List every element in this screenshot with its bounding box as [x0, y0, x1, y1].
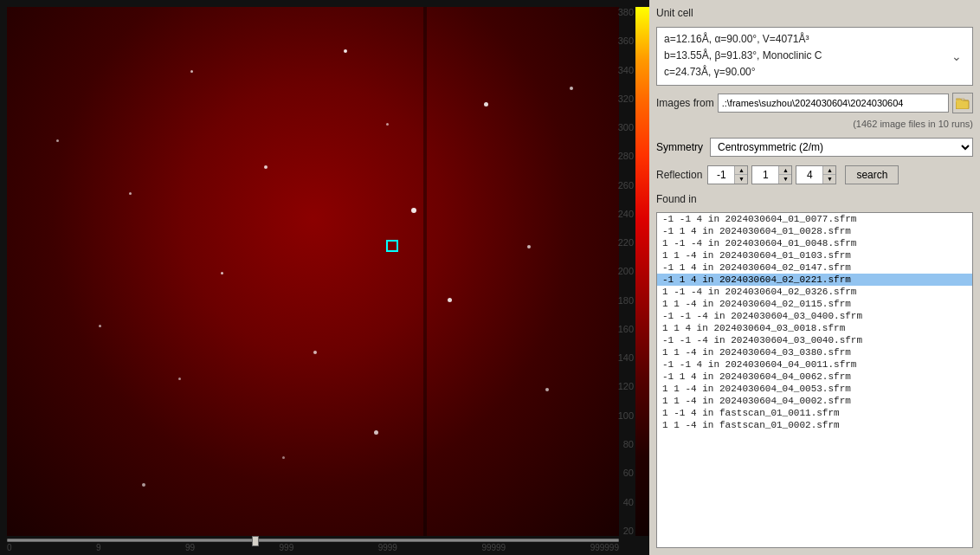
slider-tick: 9999: [378, 543, 397, 552]
found-item[interactable]: 1 -1 4 in fastscan_01_0011.sfrm: [657, 407, 972, 419]
scale-label: 240: [618, 209, 634, 219]
found-item[interactable]: 1 1 -4 in 2024030604_04_0053.sfrm: [657, 383, 972, 395]
l-value[interactable]: [796, 169, 822, 181]
found-item[interactable]: 1 1 -4 in 2024030604_03_0380.sfrm: [657, 346, 972, 358]
slider-tick: 99: [185, 543, 195, 552]
symmetry-row: Symmetry Centrosymmetric (2/m)Non-centro…: [656, 138, 973, 157]
unit-cell-dropdown-arrow[interactable]: ⌄: [948, 48, 965, 65]
k-spinner-buttons: ▲ ▼: [778, 166, 791, 184]
scale-labels: 3803603403203002802602402202001801601401…: [618, 7, 634, 536]
scale-label: 140: [618, 352, 634, 363]
image-area: 3803603403203002802602402202001801601401…: [0, 0, 649, 555]
h-increment-button[interactable]: ▲: [735, 166, 747, 175]
symmetry-label: Symmetry: [656, 141, 703, 153]
found-item[interactable]: 1 1 4 in 2024030604_03_0018.sfrm: [657, 322, 972, 334]
found-item[interactable]: -1 1 4 in 2024030604_01_0028.sfrm: [657, 225, 972, 237]
l-increment-button[interactable]: ▲: [823, 166, 835, 175]
right-panel: Unit cell a=12.16Å, α=90.00°, V=4071Å³ b…: [649, 0, 980, 555]
images-from-label: Images from: [656, 97, 714, 109]
svg-rect-1: [956, 100, 963, 102]
l-decrement-button[interactable]: ▼: [823, 175, 835, 184]
slider-tick: 0: [7, 543, 12, 552]
found-list[interactable]: -1 -1 4 in 2024030604_01_0077.sfrm -1 1 …: [656, 212, 973, 548]
unit-cell-line3: c=24.73Å, γ=90.00°: [664, 64, 822, 81]
scale-label: 360: [618, 35, 634, 46]
found-item[interactable]: -1 1 4 in 2024030604_02_0221.sfrm: [657, 274, 972, 286]
l-spinner: ▲ ▼: [796, 165, 836, 184]
main-container: 3803603403203002802602402202001801601401…: [0, 0, 980, 555]
slider-tick: 999999: [590, 543, 619, 552]
unit-cell-text: a=12.16Å, α=90.00°, V=4071Å³ b=13.55Å, β…: [664, 31, 822, 81]
found-item[interactable]: -1 -1 4 in 2024030604_01_0077.sfrm: [657, 213, 972, 225]
scale-label: 180: [618, 295, 634, 306]
h-spinner: ▲ ▼: [707, 165, 748, 184]
symmetry-select[interactable]: Centrosymmetric (2/m)Non-centrosymmetric…: [710, 138, 973, 157]
k-value[interactable]: [752, 169, 778, 181]
reflection-label: Reflection: [656, 169, 702, 181]
found-item[interactable]: 1 1 -4 in 2024030604_04_0002.sfrm: [657, 395, 972, 407]
found-item[interactable]: -1 1 4 in 2024030604_04_0062.sfrm: [657, 371, 972, 383]
slider-track[interactable]: [7, 539, 619, 542]
scale-ticks: 0999999999999999999999: [7, 543, 619, 552]
selected-reflection-box: [386, 240, 398, 252]
h-decrement-button[interactable]: ▼: [735, 175, 747, 184]
images-from-input[interactable]: [718, 94, 949, 113]
found-item[interactable]: 1 1 -4 in 2024030604_01_0103.sfrm: [657, 249, 972, 261]
search-button[interactable]: search: [845, 165, 899, 184]
found-item[interactable]: -1 -1 4 in 2024030604_04_0011.sfrm: [657, 358, 972, 371]
diffraction-image[interactable]: [7, 7, 619, 536]
unit-cell-line1: a=12.16Å, α=90.00°, V=4071Å³: [664, 31, 822, 48]
scale-label: 120: [618, 381, 634, 391]
found-item[interactable]: 1 -1 -4 in 2024030604_01_0048.sfrm: [657, 237, 972, 249]
scale-label: 280: [618, 151, 634, 161]
scale-label: 340: [618, 65, 634, 75]
slider-area: 0999999999999999999999: [7, 536, 619, 555]
color-scale: 3803603403203002802602402202001801601401…: [619, 7, 649, 536]
found-item[interactable]: 1 1 -4 in fastscan_01_0002.sfrm: [657, 419, 972, 431]
scale-label: 60: [618, 468, 634, 478]
scale-label: 260: [618, 180, 634, 190]
scale-label: 320: [618, 94, 634, 104]
slider-tick: 9: [96, 543, 101, 552]
l-spinner-buttons: ▲ ▼: [822, 166, 835, 184]
found-item[interactable]: -1 1 4 in 2024030604_02_0147.sfrm: [657, 261, 972, 274]
found-item[interactable]: 1 1 -4 in 2024030604_02_0115.sfrm: [657, 298, 972, 310]
slider-thumb[interactable]: [252, 536, 259, 546]
scale-label: 100: [618, 410, 634, 421]
scale-label: 300: [618, 122, 634, 132]
unit-cell-box: a=12.16Å, α=90.00°, V=4071Å³ b=13.55Å, β…: [656, 27, 973, 86]
found-in-label: Found in: [656, 193, 973, 205]
scale-label: 220: [618, 237, 634, 248]
images-from-row: Images from: [656, 93, 973, 113]
found-item[interactable]: -1 -1 -4 in 2024030604_03_0400.sfrm: [657, 310, 972, 322]
scale-label: 380: [618, 7, 634, 17]
reflection-row: Reflection ▲ ▼ ▲ ▼ ▲: [656, 165, 973, 184]
found-item[interactable]: -1 -1 -4 in 2024030604_03_0040.sfrm: [657, 334, 972, 346]
k-increment-button[interactable]: ▲: [779, 166, 791, 175]
unit-cell-title: Unit cell: [656, 7, 973, 19]
slider-tick: 999: [280, 543, 294, 552]
scale-label: 200: [618, 266, 634, 276]
k-decrement-button[interactable]: ▼: [779, 175, 791, 184]
scale-label: 40: [618, 497, 634, 507]
slider-tick: 99999: [481, 543, 506, 552]
image-count: (1462 image files in 10 runs): [656, 119, 973, 129]
unit-cell-line2: b=13.55Å, β=91.83°, Monoclinic C: [664, 48, 822, 64]
scale-label: 20: [618, 526, 634, 536]
h-value[interactable]: [708, 169, 734, 181]
h-spinner-buttons: ▲ ▼: [734, 166, 747, 184]
scale-label: 80: [618, 439, 634, 449]
color-bar: [635, 7, 649, 536]
scale-label: 160: [618, 324, 634, 334]
k-spinner: ▲ ▼: [751, 165, 792, 184]
folder-button[interactable]: [952, 93, 973, 113]
folder-icon: [956, 97, 970, 109]
found-item[interactable]: 1 -1 -4 in 2024030604_02_0326.sfrm: [657, 286, 972, 298]
